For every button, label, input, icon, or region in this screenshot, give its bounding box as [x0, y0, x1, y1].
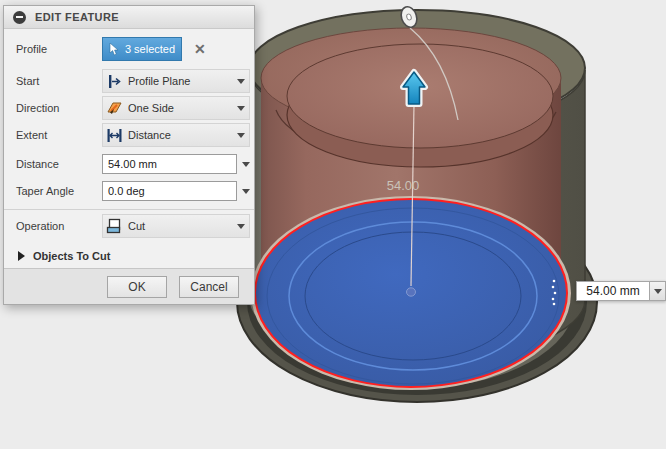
- start-dropdown[interactable]: Profile Plane: [102, 69, 250, 93]
- extent-value: Distance: [128, 129, 232, 141]
- distance-row: Distance 54.00 mm: [4, 154, 254, 174]
- distance-icon: [106, 127, 123, 144]
- distance-value-dropdown[interactable]: [649, 281, 666, 301]
- operation-dropdown[interactable]: Cut: [102, 214, 250, 238]
- distance-value-widget: 54.00 mm: [576, 281, 666, 301]
- cursor-icon: [109, 43, 120, 56]
- direction-dropdown[interactable]: One Side: [102, 96, 250, 120]
- extent-dropdown[interactable]: Distance: [102, 123, 250, 147]
- dialog-title: EDIT FEATURE: [35, 11, 119, 23]
- profile-selection-chip[interactable]: 3 selected: [102, 37, 182, 61]
- profile-selection-count: 3 selected: [125, 43, 175, 55]
- collapse-icon[interactable]: [13, 11, 26, 24]
- direction-label: Direction: [16, 102, 102, 114]
- distance-label: Distance: [16, 158, 102, 170]
- cancel-button[interactable]: Cancel: [179, 276, 239, 298]
- extent-row: Extent Distance: [4, 123, 254, 147]
- chevron-down-icon: [237, 106, 245, 111]
- profile-plane-icon: [106, 73, 123, 90]
- chevron-down-icon: [237, 133, 245, 138]
- edit-feature-dialog: EDIT FEATURE Profile 3 selected ✕ Start …: [3, 5, 255, 305]
- one-side-icon: [106, 100, 123, 117]
- section-divider: [4, 209, 254, 210]
- distance-input[interactable]: 54.00 mm: [102, 154, 237, 174]
- fusion360-app: { "dialog": { "title": "EDIT FEATURE", "…: [0, 0, 666, 449]
- chevron-down-icon[interactable]: [242, 189, 250, 194]
- start-label: Start: [16, 75, 102, 87]
- dialog-footer: OK Cancel: [4, 268, 254, 304]
- clear-selection-icon[interactable]: ✕: [194, 41, 206, 57]
- taper-angle-row: Taper Angle 0.0 deg: [4, 181, 254, 201]
- direction-value: One Side: [128, 102, 232, 114]
- profile-label: Profile: [16, 43, 102, 55]
- chevron-down-icon: [237, 224, 245, 229]
- operation-value: Cut: [128, 220, 232, 232]
- start-row: Start Profile Plane: [4, 69, 254, 93]
- dialog-header[interactable]: EDIT FEATURE: [4, 6, 254, 29]
- profile-row: Profile 3 selected ✕: [4, 37, 254, 61]
- objects-to-cut-expander[interactable]: Objects To Cut: [4, 250, 254, 262]
- taper-angle-input[interactable]: 0.0 deg: [102, 181, 237, 201]
- chevron-down-icon: [237, 79, 245, 84]
- sketch-center-point[interactable]: [407, 288, 416, 296]
- chevron-down-icon: [654, 289, 662, 294]
- direction-row: Direction One Side: [4, 96, 254, 120]
- expander-triangle-icon: [18, 251, 25, 261]
- taper-angle-label: Taper Angle: [16, 185, 102, 197]
- cut-icon: [106, 218, 123, 235]
- extent-label: Extent: [16, 129, 102, 141]
- start-value: Profile Plane: [128, 75, 232, 87]
- dimension-label: 54.00: [387, 178, 420, 193]
- ok-button[interactable]: OK: [107, 276, 167, 298]
- chevron-down-icon[interactable]: [242, 162, 250, 167]
- operation-row: Operation Cut: [4, 214, 254, 238]
- objects-to-cut-label: Objects To Cut: [33, 250, 110, 262]
- operation-label: Operation: [16, 220, 102, 232]
- distance-value-input[interactable]: 54.00 mm: [576, 281, 649, 301]
